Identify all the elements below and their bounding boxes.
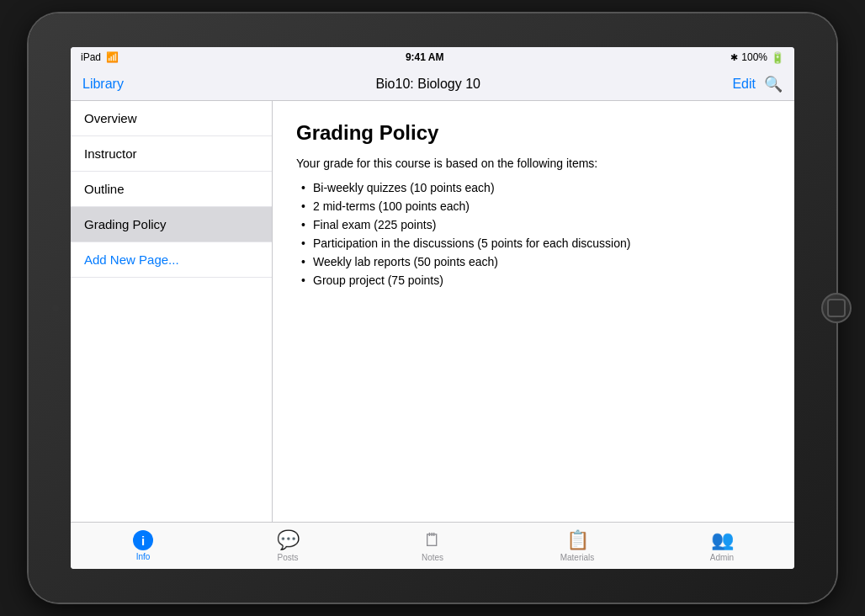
tab-admin-label: Admin: [710, 553, 734, 562]
nav-actions: Edit 🔍: [732, 75, 783, 93]
main-area: Overview Instructor Outline Grading Poli…: [71, 101, 794, 522]
sidebar: Overview Instructor Outline Grading Poli…: [71, 101, 273, 522]
sidebar-item-overview[interactable]: Overview: [71, 101, 272, 136]
tab-bar: i Info 💬 Posts 🗒 Notes 📋 Materials 👥 Adm…: [71, 522, 794, 569]
tab-materials[interactable]: 📋 Materials: [505, 529, 650, 562]
list-item: Final exam (225 points): [296, 215, 771, 234]
back-button[interactable]: Library: [82, 77, 124, 92]
notes-icon: 🗒: [423, 529, 442, 551]
camera: [52, 305, 59, 311]
info-icon: i: [133, 530, 153, 550]
sidebar-item-grading-policy[interactable]: Grading Policy: [71, 207, 272, 242]
status-time: 9:41 AM: [406, 51, 444, 63]
materials-icon: 📋: [566, 529, 589, 551]
bullet-list: Bi-weekly quizzes (10 points each) 2 mid…: [296, 178, 771, 289]
sidebar-item-add-new[interactable]: Add New Page...: [71, 242, 272, 278]
status-right: ✱ 100% 🔋: [730, 51, 784, 64]
admin-icon: 👥: [711, 529, 734, 551]
list-item: Weekly lab reports (50 points each): [296, 252, 771, 271]
battery-icon: 🔋: [771, 51, 784, 64]
tab-posts[interactable]: 💬 Posts: [215, 529, 360, 562]
tab-notes-label: Notes: [422, 553, 443, 562]
tab-admin[interactable]: 👥 Admin: [650, 529, 794, 562]
home-button[interactable]: [821, 293, 852, 323]
sidebar-item-outline[interactable]: Outline: [71, 172, 272, 207]
ipad-screen: iPad 📶 9:41 AM ✱ 100% 🔋 Library Bio10: B…: [71, 47, 794, 569]
posts-icon: 💬: [277, 529, 300, 551]
wifi-icon: 📶: [106, 51, 119, 63]
status-bar: iPad 📶 9:41 AM ✱ 100% 🔋: [71, 47, 794, 67]
status-left: iPad 📶: [81, 51, 119, 63]
edit-button[interactable]: Edit: [732, 77, 756, 92]
tab-info-label: Info: [136, 552, 151, 561]
list-item: Bi-weekly quizzes (10 points each): [296, 178, 771, 197]
nav-title: Bio10: Biology 10: [375, 77, 480, 92]
nav-bar: Library Bio10: Biology 10 Edit 🔍: [71, 67, 794, 101]
home-button-inner: [827, 299, 846, 317]
tab-materials-label: Materials: [560, 553, 595, 562]
ipad-device: iPad 📶 9:41 AM ✱ 100% 🔋 Library Bio10: B…: [29, 13, 836, 603]
search-icon[interactable]: 🔍: [764, 75, 783, 93]
tab-notes[interactable]: 🗒 Notes: [360, 529, 505, 562]
battery-label: 100%: [741, 51, 767, 63]
ipad-label: iPad: [81, 51, 101, 63]
list-item: 2 mid-terms (100 points each): [296, 197, 771, 215]
list-item: Participation in the discussions (5 poin…: [296, 234, 771, 252]
bluetooth-icon: ✱: [730, 52, 738, 63]
content-title: Grading Policy: [296, 121, 771, 145]
tab-posts-label: Posts: [277, 553, 298, 562]
sidebar-item-instructor[interactable]: Instructor: [71, 136, 272, 172]
content-intro: Your grade for this course is based on t…: [296, 157, 771, 170]
tab-info[interactable]: i Info: [71, 530, 215, 561]
list-item: Group project (75 points): [296, 271, 771, 289]
content-panel: Grading Policy Your grade for this cours…: [273, 101, 794, 522]
